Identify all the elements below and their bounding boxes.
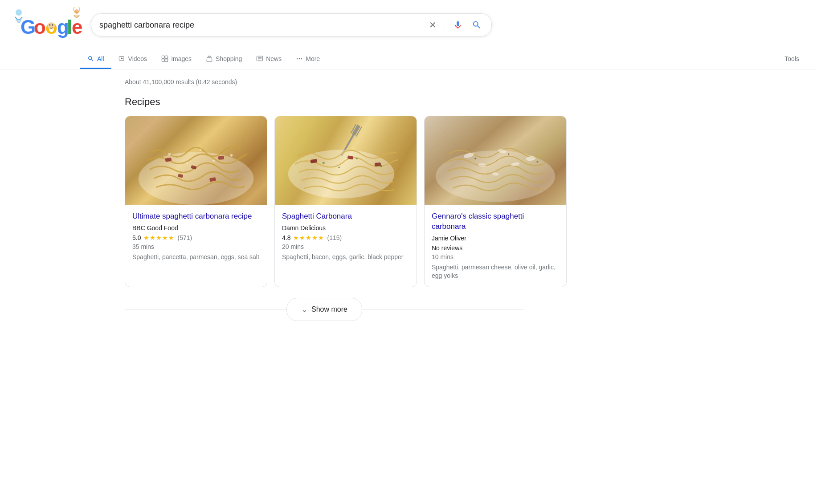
svg-point-35 — [212, 160, 215, 162]
recipes-grid: Ultimate spaghetti carbonara recipe BBC … — [125, 116, 524, 287]
tab-more-label: More — [306, 55, 320, 62]
tab-news[interactable]: News — [249, 50, 289, 69]
search-icon — [472, 20, 482, 30]
svg-point-47 — [380, 165, 382, 167]
tools-label: Tools — [784, 55, 799, 62]
recipe-rating-row-0: 5.0 ★★★★★ (571) — [132, 234, 260, 241]
svg-rect-15 — [165, 56, 168, 58]
stars-1: ★★★★★ — [293, 234, 324, 241]
svg-marker-13 — [121, 57, 123, 59]
search-bar-wrapper: spaghetti carbonara recipe ✕ — [91, 13, 492, 37]
show-more-line-left — [125, 309, 286, 310]
recipe-time-2: 10 mins — [432, 253, 559, 260]
results-count: About 41,100,000 results (0.42 seconds) — [125, 75, 524, 85]
search-bar: spaghetti carbonara recipe ✕ — [91, 13, 492, 37]
news-tab-icon — [256, 55, 263, 62]
svg-point-46 — [356, 158, 358, 159]
videos-tab-icon — [118, 55, 126, 62]
recipe-card-0[interactable]: Ultimate spaghetti carbonara recipe BBC … — [125, 116, 267, 287]
tools-button[interactable]: Tools — [777, 50, 806, 69]
recipe-info-1: Spaghetti Carbonara Damn Delicious 4.8 ★… — [275, 205, 417, 268]
show-more-label: Show more — [311, 305, 347, 313]
recipe-source-0: BBC Good Food — [132, 224, 260, 232]
tab-news-label: News — [266, 55, 282, 62]
svg-point-0 — [16, 9, 22, 16]
header: G o o g l e spaghetti carbonara recipe ✕ — [0, 0, 817, 50]
svg-rect-44 — [375, 163, 381, 167]
recipe-ingredients-2: Spaghetti, parmesan cheese, olive oil, g… — [432, 263, 559, 280]
nav-tabs: All Videos Images Shopping News — [0, 50, 817, 69]
rating-count-1: (115) — [327, 234, 342, 241]
recipe-card-2[interactable]: Gennaro's classic spaghetti carbonara Ja… — [424, 116, 567, 287]
recipe-time-1: 20 mins — [282, 243, 409, 250]
tab-images-label: Images — [171, 55, 192, 62]
svg-point-48 — [338, 167, 340, 168]
recipe-rating-row-2: No reviews — [432, 244, 559, 252]
tab-shopping[interactable]: Shopping — [199, 50, 249, 69]
recipe-image-2 — [425, 116, 566, 205]
pasta-illustration-2 — [425, 116, 566, 205]
google-logo-area[interactable]: G o o g l e — [11, 7, 82, 43]
voice-search-button[interactable] — [451, 18, 465, 32]
pasta-illustration-1 — [275, 116, 417, 205]
search-input[interactable]: spaghetti carbonara recipe — [99, 20, 424, 30]
svg-point-57 — [508, 153, 510, 155]
recipe-info-0: Ultimate spaghetti carbonara recipe BBC … — [125, 205, 267, 268]
svg-point-33 — [230, 154, 233, 157]
svg-rect-14 — [162, 56, 164, 58]
search-divider — [444, 20, 444, 30]
svg-text:o: o — [34, 16, 46, 38]
all-tab-icon — [87, 55, 94, 62]
svg-rect-28 — [218, 156, 225, 160]
shopping-tab-icon — [206, 55, 213, 62]
stars-0: ★★★★★ — [143, 234, 175, 241]
svg-point-32 — [199, 149, 201, 151]
search-submit-button[interactable] — [470, 18, 483, 32]
recipe-time-0: 35 mins — [132, 243, 260, 250]
recipe-card-1[interactable]: Spaghetti Carbonara Damn Delicious 4.8 ★… — [274, 116, 417, 287]
svg-point-34 — [186, 162, 188, 164]
results-area: About 41,100,000 results (0.42 seconds) … — [0, 69, 535, 332]
chevron-down-icon: ⌄ — [301, 305, 308, 314]
more-tab-icon — [296, 55, 303, 62]
show-more-line-right — [362, 309, 524, 310]
svg-point-31 — [168, 153, 171, 155]
recipes-section-title: Recipes — [125, 96, 524, 108]
recipe-ingredients-0: Spaghetti, pancetta, parmesan, eggs, sea… — [132, 253, 260, 262]
svg-point-56 — [474, 158, 476, 159]
tab-videos-label: Videos — [128, 55, 147, 62]
images-tab-icon — [161, 55, 168, 62]
rating-score-0: 5.0 — [132, 234, 141, 241]
svg-point-49 — [436, 150, 555, 202]
tab-all-label: All — [97, 55, 104, 62]
clear-icon[interactable]: ✕ — [429, 20, 437, 30]
recipe-title-2[interactable]: Gennaro's classic spaghetti carbonara — [432, 211, 559, 232]
recipe-info-2: Gennaro's classic spaghetti carbonara Ja… — [425, 205, 566, 287]
tab-all[interactable]: All — [80, 50, 111, 69]
recipe-source-1: Damn Delicious — [282, 224, 409, 232]
no-reviews-2: No reviews — [432, 244, 462, 252]
svg-point-11 — [52, 24, 53, 26]
svg-point-7 — [74, 9, 79, 14]
recipe-title-1[interactable]: Spaghetti Carbonara — [282, 211, 409, 222]
recipe-title-0[interactable]: Ultimate spaghetti carbonara recipe — [132, 211, 260, 222]
recipe-source-2: Jamie Oliver — [432, 235, 559, 242]
google-doodle: G o o g l e — [11, 7, 82, 43]
svg-rect-16 — [162, 59, 164, 62]
svg-rect-17 — [165, 59, 168, 62]
tab-shopping-label: Shopping — [216, 55, 242, 62]
tab-more[interactable]: More — [289, 50, 327, 69]
svg-point-58 — [536, 161, 538, 163]
recipe-ingredients-1: Spaghetti, bacon, eggs, garlic, black pe… — [282, 253, 409, 262]
svg-point-10 — [49, 24, 51, 26]
recipe-image-0 — [125, 116, 267, 205]
svg-point-45 — [323, 162, 325, 164]
show-more-section: ⌄ Show more — [125, 298, 524, 321]
recipe-rating-row-1: 4.8 ★★★★★ (115) — [282, 234, 409, 241]
svg-point-23 — [299, 58, 300, 60]
tab-videos[interactable]: Videos — [111, 50, 155, 69]
tab-images[interactable]: Images — [154, 50, 199, 69]
mic-icon — [453, 20, 463, 30]
show-more-button[interactable]: ⌄ Show more — [286, 298, 362, 321]
svg-point-24 — [301, 58, 302, 60]
